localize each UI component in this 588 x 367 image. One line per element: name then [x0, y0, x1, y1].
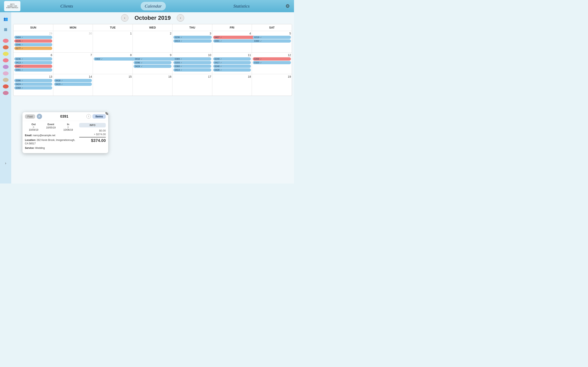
- top-nav: AMY'SSHABBY CHICEVENT RENTALS Clients Ca…: [0, 0, 294, 12]
- sidebar-oval-3[interactable]: [3, 52, 9, 56]
- event-0320-w2[interactable]: 0320 ✓: [253, 61, 291, 64]
- cal-cell-sep30[interactable]: 30: [53, 31, 93, 52]
- statistics-nav[interactable]: Statistics: [229, 2, 254, 10]
- cal-cell-oct9[interactable]: 9 0410 ✓ 0396 ✓ 0424 ✓: [133, 53, 173, 74]
- event-0414-w2[interactable]: 0414 ✓: [173, 68, 211, 72]
- event-0248-w2[interactable]: 0248 ✓: [213, 65, 251, 68]
- service-val: Wedding: [35, 147, 45, 150]
- day-num-oct14: 14: [54, 75, 92, 78]
- day-num-oct19: 19: [253, 75, 291, 78]
- event-0419-w3[interactable]: 0419 ✓: [54, 83, 92, 86]
- price-total: $374.00: [79, 137, 106, 143]
- day-num-oct6: 6: [14, 53, 52, 57]
- sidebar-oval-9[interactable]: [3, 91, 9, 95]
- event-0404[interactable]: 0404 ✓: [14, 36, 52, 39]
- cal-cell-oct7[interactable]: 7: [53, 53, 93, 74]
- sat-header: SAT: [252, 24, 292, 31]
- event-0417-w2[interactable]: 0417 ✓: [213, 61, 251, 64]
- cal-cell-oct19[interactable]: 19: [252, 74, 292, 96]
- sidebar-oval-8[interactable]: [3, 84, 9, 89]
- event-0269-w2[interactable]: 0269 ✓: [253, 57, 291, 60]
- event-0390-w1[interactable]: 0390 ✓: [253, 39, 291, 43]
- f-badge[interactable]: F: [37, 114, 42, 119]
- event-0428-w2[interactable]: 0428 ✓: [213, 68, 251, 72]
- day-num-sep30: 30: [54, 32, 92, 35]
- cal-cell-oct6[interactable]: 6 0236 ✓ 0413 ✓ 0407 ✓ 0391 ✓: [13, 53, 53, 74]
- sidebar-expand-btn[interactable]: ›: [0, 159, 11, 167]
- cal-cell-oct18[interactable]: 18: [212, 74, 252, 96]
- event-0177[interactable]: 0177 ✓: [14, 47, 52, 50]
- event-0193-w2[interactable]: 0193 ✓: [173, 61, 211, 64]
- cal-cell-oct11[interactable]: 11 0249 ✓ 0417 ✓ 0248 ✓ 0428 ✓: [212, 53, 252, 74]
- next-month-btn[interactable]: ›: [177, 14, 184, 22]
- event-0407-w2[interactable]: 0407 ✓: [14, 65, 52, 68]
- info-btn[interactable]: i: [86, 114, 91, 119]
- cal-cell-oct4[interactable]: 4 0407 ✓ 0391 ✓: [212, 31, 252, 52]
- sidebar-oval-4[interactable]: [3, 58, 9, 62]
- day-num-oct11: 11: [213, 53, 251, 57]
- event-0418-w3[interactable]: 0418 ✓: [54, 79, 92, 82]
- cal-cell-oct17[interactable]: 17: [173, 74, 212, 96]
- event-0396-w3[interactable]: 0396 ✓: [14, 79, 52, 82]
- clients-nav[interactable]: Clients: [56, 2, 77, 10]
- event-0219-w1[interactable]: 0219 ✓: [253, 36, 291, 39]
- cal-cell-oct10[interactable]: 10 0389 ✓ 0193 ✓ 0368 ✓ 0414 ✓: [173, 53, 212, 74]
- sidebar-oval-2[interactable]: [3, 45, 9, 49]
- fri-header: FRI: [212, 24, 252, 31]
- event-0396-w2[interactable]: 0396 ✓: [134, 61, 172, 64]
- items-btn[interactable]: Items: [93, 114, 106, 119]
- event-0368-w3[interactable]: 0368 ✓: [14, 86, 52, 90]
- event-0236-w2[interactable]: 0236 ✓: [14, 57, 52, 60]
- cal-cell-oct2[interactable]: 2: [133, 31, 173, 52]
- event-0413-w1[interactable]: 0413 ✓: [173, 39, 212, 43]
- event-0226[interactable]: 0226 ✓: [14, 39, 52, 43]
- event-val: 10/05/19: [42, 126, 60, 129]
- sidebar-oval-5[interactable]: [3, 65, 9, 69]
- nav-items: Clients Calendar Statistics: [25, 2, 285, 10]
- left-sidebar: 👥 ▦ ›: [0, 12, 11, 184]
- in-val: 10/06/19: [60, 128, 77, 131]
- info-tab[interactable]: INFO: [79, 123, 106, 127]
- paid-badge[interactable]: Paid: [25, 114, 35, 119]
- cal-cell-oct13[interactable]: 13 0396 ✓ 0424 ✓ 0368 ✓: [13, 74, 53, 96]
- event-0346[interactable]: 0346 ✓: [14, 43, 52, 46]
- out-label: Out: [25, 123, 42, 126]
- mon-header: MON: [53, 24, 93, 31]
- event-0391-w2[interactable]: 0391 ✓: [14, 68, 52, 72]
- cal-cell-oct8[interactable]: 8 0403 ✓: [93, 53, 133, 74]
- event-0424-w2[interactable]: 0424 ✓: [134, 65, 172, 68]
- logo-area: AMY'SSHABBY CHICEVENT RENTALS: [4, 1, 25, 11]
- cal-cell-oct12[interactable]: 12 0269 ✓ 0320 ✓: [252, 53, 292, 74]
- calendar-header: ‹ October 2019 ›: [13, 14, 292, 22]
- cal-cell-oct3[interactable]: 3 0236 ✓ 0413 ✓: [173, 31, 212, 52]
- event-0249-w2[interactable]: 0249 ✓: [213, 57, 251, 60]
- prev-month-btn[interactable]: ‹: [121, 14, 129, 22]
- week-1: 29 0404 ✓ 0226 ✓ 0346 ✓ 0177 ✓ 30 1 2 3 …: [13, 31, 292, 53]
- day-num-oct17: 17: [173, 75, 211, 78]
- users-sidebar-icon[interactable]: 👥: [2, 15, 9, 23]
- cal-cell-oct5[interactable]: 5 0219 ✓ 0390 ✓: [252, 31, 292, 52]
- grid-sidebar-icon[interactable]: ▦: [2, 26, 9, 33]
- service-field: Service: Wedding: [25, 146, 77, 150]
- cal-cell-oct15[interactable]: 15: [93, 74, 133, 96]
- sidebar-oval-7[interactable]: [3, 78, 9, 82]
- event-0236-w1[interactable]: 0236 ✓: [173, 36, 212, 39]
- location-label: Location:: [25, 139, 36, 142]
- settings-icon[interactable]: ⚙: [285, 3, 290, 9]
- cal-cell-oct1[interactable]: 1: [93, 31, 133, 52]
- popup-close-btn[interactable]: ×: [105, 112, 108, 115]
- sidebar-oval-6[interactable]: [3, 71, 9, 75]
- event-label: Event: [42, 123, 60, 126]
- event-0389-w2[interactable]: 0389 ✓: [173, 57, 211, 60]
- logo: AMY'SSHABBY CHICEVENT RENTALS: [4, 1, 20, 11]
- cal-cell-oct16[interactable]: 16: [133, 74, 173, 96]
- event-popup: Paid F 0391 i Items × Out B 10/04/19: [22, 112, 108, 153]
- cal-cell-sep29[interactable]: 29 0404 ✓ 0226 ✓ 0346 ✓ 0177 ✓: [13, 31, 53, 52]
- event-0413-w2[interactable]: 0413 ✓: [14, 61, 52, 64]
- popup-dates: Out B 10/04/19 Event 10/05/19 In B 10/06…: [25, 123, 77, 131]
- event-0368-w2[interactable]: 0368 ✓: [173, 65, 211, 68]
- calendar-nav[interactable]: Calendar: [141, 2, 166, 10]
- cal-cell-oct14[interactable]: 14 0418 ✓ 0419 ✓: [53, 74, 93, 96]
- event-0424-w3[interactable]: 0424 ✓: [14, 83, 52, 86]
- sidebar-oval-1[interactable]: [3, 39, 9, 43]
